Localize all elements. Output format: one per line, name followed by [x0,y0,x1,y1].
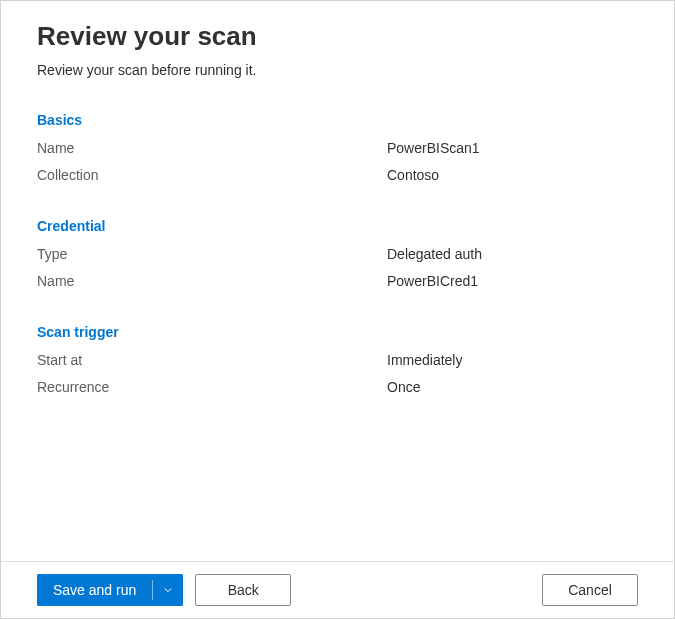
value-recurrence: Once [387,377,420,398]
value-type: Delegated auth [387,244,482,265]
row-start-at: Start at Immediately [37,350,638,371]
cancel-button[interactable]: Cancel [542,574,638,606]
value-start-at: Immediately [387,350,462,371]
row-name: Name PowerBIScan1 [37,138,638,159]
value-collection: Contoso [387,165,439,186]
value-name: PowerBIScan1 [387,138,480,159]
save-and-run-button[interactable]: Save and run [37,574,152,606]
label-type: Type [37,244,387,265]
save-and-run-split-button: Save and run [37,574,183,606]
label-name: Name [37,138,387,159]
back-button[interactable]: Back [195,574,291,606]
value-cred-name: PowerBICred1 [387,271,478,292]
section-scan-trigger: Scan trigger Start at Immediately Recurr… [37,324,638,398]
section-header-basics: Basics [37,112,638,128]
review-scan-panel: Review your scan Review your scan before… [1,1,674,561]
page-title: Review your scan [37,21,638,52]
label-cred-name: Name [37,271,387,292]
chevron-down-icon [163,585,173,595]
footer: Save and run Back Cancel [1,561,674,618]
footer-left: Save and run Back [37,574,291,606]
section-header-scan-trigger: Scan trigger [37,324,638,340]
row-collection: Collection Contoso [37,165,638,186]
row-recurrence: Recurrence Once [37,377,638,398]
row-cred-name: Name PowerBICred1 [37,271,638,292]
row-type: Type Delegated auth [37,244,638,265]
label-collection: Collection [37,165,387,186]
section-header-credential: Credential [37,218,638,234]
section-basics: Basics Name PowerBIScan1 Collection Cont… [37,112,638,186]
label-start-at: Start at [37,350,387,371]
save-and-run-dropdown[interactable] [153,574,183,606]
page-subtitle: Review your scan before running it. [37,62,638,78]
label-recurrence: Recurrence [37,377,387,398]
section-credential: Credential Type Delegated auth Name Powe… [37,218,638,292]
